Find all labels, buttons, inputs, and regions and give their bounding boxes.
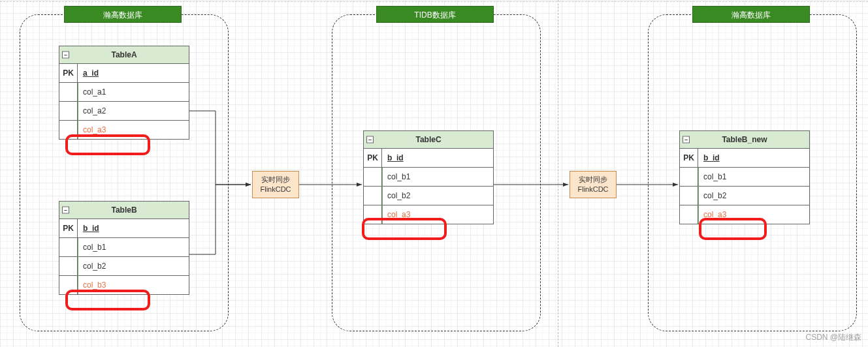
pk-label: PK xyxy=(59,219,78,237)
col: col_b1 xyxy=(78,238,189,256)
label-text: 瀚高数据库 xyxy=(731,10,771,20)
table-B: – TableB PK b_id col_b1 col_b2 col_b3 xyxy=(59,201,189,295)
label-text: TIDB数据库 xyxy=(414,10,455,20)
col: col_b2 xyxy=(78,257,189,275)
watermark: CSDN @陆继森 xyxy=(805,332,861,343)
table-row: col_b1 xyxy=(364,168,493,187)
table-title: TableB_new xyxy=(722,135,767,144)
col-highlighted: col_a3 xyxy=(698,205,809,224)
table-header: – TableA xyxy=(59,46,189,64)
container-label-hangao-2: 瀚高数据库 xyxy=(692,6,810,23)
process-flinkcdc-2: 实时同步 FlinkCDC xyxy=(570,171,617,198)
pk-label: PK xyxy=(364,149,382,167)
table-B-new: – TableB_new PK b_id col_b1 col_b2 col_a… xyxy=(679,130,810,224)
container-label-tidb: TIDB数据库 xyxy=(376,6,494,23)
table-header: – TableC xyxy=(364,131,493,149)
col: col_a2 xyxy=(78,102,189,120)
table-title: TableB xyxy=(111,205,137,215)
col: col_b2 xyxy=(698,187,809,205)
process-line1: 实时同步 xyxy=(253,175,298,185)
table-row: col_b2 xyxy=(364,187,493,205)
collapse-icon[interactable]: – xyxy=(366,136,374,143)
pk-value: b_id xyxy=(78,219,189,237)
table-pk-row: PK b_id xyxy=(364,149,493,168)
table-title: TableA xyxy=(111,50,137,59)
collapse-icon[interactable]: – xyxy=(62,52,69,59)
pk-label: PK xyxy=(680,149,698,167)
table-row: col_b2 xyxy=(59,257,189,276)
table-row: col_b3 xyxy=(59,276,189,294)
col: col_a1 xyxy=(78,83,189,101)
collapse-icon[interactable]: – xyxy=(683,136,690,143)
pk-value: b_id xyxy=(698,149,809,167)
table-row: col_a3 xyxy=(364,205,493,224)
collapse-icon[interactable]: – xyxy=(62,207,69,214)
col-highlighted: col_a3 xyxy=(382,205,493,224)
col: col_b1 xyxy=(382,168,493,186)
label-text: 瀚高数据库 xyxy=(103,10,142,20)
table-header: – TableB_new xyxy=(680,131,809,149)
table-row: col_a3 xyxy=(680,205,809,224)
table-A: – TableA PK a_id col_a1 col_a2 col_a3 xyxy=(59,46,189,140)
pk-label: PK xyxy=(59,64,78,82)
process-line2: FlinkCDC xyxy=(570,185,616,194)
col: col_b1 xyxy=(698,168,809,186)
table-row: col_a2 xyxy=(59,102,189,121)
vertical-divider xyxy=(558,0,558,347)
process-line1: 实时同步 xyxy=(570,175,616,185)
table-row: col_a3 xyxy=(59,121,189,139)
container-label-hangao-1: 瀚高数据库 xyxy=(64,6,182,23)
process-line2: FlinkCDC xyxy=(253,185,298,194)
table-pk-row: PK b_id xyxy=(680,149,809,168)
col: col_b2 xyxy=(382,187,493,205)
table-pk-row: PK a_id xyxy=(59,64,189,83)
table-row: col_b2 xyxy=(680,187,809,205)
pk-value: a_id xyxy=(78,64,189,82)
col-highlighted: col_a3 xyxy=(78,121,189,139)
ruler-guide xyxy=(0,1,868,2)
col-highlighted: col_b3 xyxy=(78,276,189,294)
table-title: TableC xyxy=(415,135,441,144)
table-C: – TableC PK b_id col_b1 col_b2 col_a3 xyxy=(363,130,494,224)
table-header: – TableB xyxy=(59,202,189,219)
table-pk-row: PK b_id xyxy=(59,219,189,238)
table-row: col_a1 xyxy=(59,83,189,102)
table-row: col_b1 xyxy=(59,238,189,257)
table-row: col_b1 xyxy=(680,168,809,187)
pk-value: b_id xyxy=(382,149,493,167)
process-flinkcdc-1: 实时同步 FlinkCDC xyxy=(252,171,299,198)
